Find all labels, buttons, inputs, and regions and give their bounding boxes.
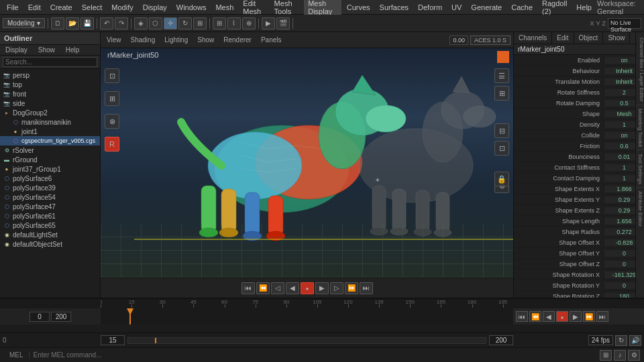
menu-ragdoll[interactable]: Ragdoll (2): [538, 0, 571, 17]
prev-frame-btn[interactable]: ◁: [271, 282, 284, 294]
menu-windows[interactable]: Windows: [172, 2, 211, 13]
go-to-end-btn[interactable]: ⏭: [360, 282, 373, 294]
mode-dropdown[interactable]: Modeling ▾: [3, 18, 45, 28]
viewport-canvas[interactable]: rMarker_joint50: [101, 48, 513, 278]
search-input[interactable]: [3, 57, 97, 67]
tree-item-top[interactable]: 📷 top: [0, 80, 100, 89]
menu-cache[interactable]: Cache: [507, 2, 537, 13]
tree-item-manikin[interactable]: ⬡ manikinsmanikin: [0, 117, 100, 127]
tree-item-joint1[interactable]: ● joint1: [0, 127, 100, 136]
animation-timeline[interactable]: [101, 308, 513, 324]
channel-row[interactable]: Shape Mesh: [514, 109, 644, 119]
channel-row[interactable]: Friction 0.6: [514, 141, 644, 152]
menu-display[interactable]: Display: [139, 2, 171, 13]
go-to-start-btn[interactable]: ⏮: [241, 282, 255, 294]
undo-btn[interactable]: ↶: [100, 17, 113, 29]
channel-row[interactable]: Shape Offset X -0.828: [514, 237, 644, 248]
pivot-icon[interactable]: ⊞: [105, 91, 119, 106]
rig-icon[interactable]: R: [105, 137, 119, 152]
menu-surfaces[interactable]: Surfaces: [376, 2, 413, 13]
renderer-btn[interactable]: Renderer: [220, 36, 255, 44]
view-btn[interactable]: View: [103, 36, 125, 44]
tree-item-ps61[interactable]: ⬡ polySurface61: [0, 211, 100, 221]
select-tool[interactable]: ◈: [134, 17, 148, 29]
grid-icon[interactable]: ⊞: [600, 350, 612, 361]
cb-tab-channels[interactable]: Channels: [514, 32, 552, 44]
channel-row[interactable]: Shape Extents Z 0.29: [514, 205, 644, 216]
tl-fwd-btn[interactable]: ⏩: [583, 311, 595, 322]
tree-item-doggroup[interactable]: ▸ DogGroup2: [0, 108, 100, 117]
menu-file[interactable]: File: [3, 2, 23, 13]
channel-row[interactable]: Behaviour Inherit: [514, 66, 644, 76]
tree-item-joint37[interactable]: ● joint37_rGroup1: [0, 164, 100, 174]
viewport-icon-2[interactable]: ⊞: [494, 86, 509, 101]
channel-row[interactable]: Enabled on: [514, 55, 644, 66]
link-icon[interactable]: ⊗: [105, 114, 119, 129]
channel-row[interactable]: Rotate Stiffness 2: [514, 87, 644, 98]
range-start-input[interactable]: [30, 312, 50, 322]
menu-modify[interactable]: Modify: [107, 2, 137, 13]
open-btn[interactable]: 📂: [66, 17, 79, 29]
channel-row[interactable]: Shape Offset Y 0: [514, 248, 644, 259]
menu-mesh[interactable]: Mesh: [211, 2, 237, 13]
menu-mesh-tools[interactable]: Mesh Tools: [270, 0, 303, 17]
snap-point-btn[interactable]: ⊕: [242, 17, 256, 29]
tree-item-ps65[interactable]: ⬡ polySurface65: [0, 221, 100, 230]
tl-start-btn[interactable]: ⏮: [516, 311, 528, 322]
tree-item-front[interactable]: 📷 front: [0, 89, 100, 99]
channel-row[interactable]: Shape Length 1.656: [514, 216, 644, 227]
menu-edit[interactable]: Edit: [24, 2, 45, 13]
cb-tab-object[interactable]: Object: [574, 32, 604, 44]
channel-row[interactable]: Shape Offset Z 0: [514, 259, 644, 269]
tree-item-ps39[interactable]: ⬡ polySurface39: [0, 183, 100, 192]
tl-end-btn[interactable]: ⏭: [596, 311, 608, 322]
menu-curves[interactable]: Curves: [343, 2, 374, 13]
channel-row[interactable]: Shape Extents X 1.866: [514, 184, 644, 194]
viewport-icon-1[interactable]: ☰: [494, 68, 509, 83]
menu-generate[interactable]: Generate: [467, 2, 506, 13]
new-scene-btn[interactable]: 🗋: [51, 17, 64, 29]
tree-item-objectset[interactable]: ◉ defaultObjectSet: [0, 239, 100, 249]
next-key-btn[interactable]: ⏩: [345, 282, 358, 294]
tree-item-side[interactable]: 📷 side: [0, 99, 100, 108]
play-btn[interactable]: ▶: [315, 282, 329, 294]
channel-row[interactable]: Collide on: [514, 130, 644, 141]
ipr-btn[interactable]: 🎬: [276, 17, 290, 29]
tree-item-rground[interactable]: ▬ rGround: [0, 155, 100, 164]
vert-tab-attribute[interactable]: Attribute Editor: [637, 188, 644, 229]
cb-tab-show[interactable]: Show: [603, 32, 630, 44]
prev-key-btn[interactable]: ⏪: [256, 282, 270, 294]
channel-row[interactable]: Contact Stiffness 1: [514, 162, 644, 173]
viewport-icon-4[interactable]: ⊡: [494, 141, 509, 156]
lighting-btn[interactable]: Lighting: [161, 36, 191, 44]
shading-btn[interactable]: Shading: [127, 36, 159, 44]
menu-edit-mesh[interactable]: Edit Mesh: [239, 0, 268, 17]
outliner-tab-help[interactable]: Help: [60, 45, 85, 55]
tl-play-btn[interactable]: ▶: [570, 311, 582, 322]
outliner-tab-display[interactable]: Display: [0, 45, 33, 55]
tree-item-tiger[interactable]: ⬡ cgspectrum_tiger_v005.cgs: [0, 136, 100, 145]
channel-row[interactable]: Shape Rotation Y 0: [514, 280, 644, 291]
vert-tab-channelbox[interactable]: Channel Box / Layer Editor: [636, 35, 645, 105]
tree-item-rsolver[interactable]: ⚙ rSolver: [0, 145, 100, 155]
tree-item-ps54[interactable]: ⬡ polySurface54: [0, 192, 100, 202]
scale-tool[interactable]: ⊞: [193, 17, 207, 29]
channel-row[interactable]: Shape Extents Y 0.29: [514, 194, 644, 205]
channel-row[interactable]: Shape Rotation Z 180: [514, 291, 644, 298]
play-back-btn[interactable]: ◀: [286, 282, 299, 294]
range-end-input[interactable]: [51, 312, 71, 322]
snap-grid-btn[interactable]: ⊞: [213, 17, 226, 29]
mel-input[interactable]: [34, 351, 596, 359]
pb-end-input[interactable]: [489, 335, 513, 345]
channel-row[interactable]: Shape Radius 0.272: [514, 227, 644, 237]
cb-tab-edit[interactable]: Edit: [552, 32, 574, 44]
tree-item-ps47[interactable]: ⬡ polySurface47: [0, 202, 100, 211]
rotate-tool[interactable]: ↻: [178, 17, 192, 29]
redo-btn[interactable]: ↷: [115, 17, 128, 29]
channel-row[interactable]: Translate Motion Inherit: [514, 76, 644, 87]
show-btn[interactable]: Show: [194, 36, 217, 44]
lasso-tool[interactable]: ⬡: [149, 17, 162, 29]
render-btn[interactable]: ▶: [262, 17, 275, 29]
snap-curve-btn[interactable]: ⌇: [227, 17, 241, 29]
move-tool[interactable]: ✛: [164, 17, 177, 29]
